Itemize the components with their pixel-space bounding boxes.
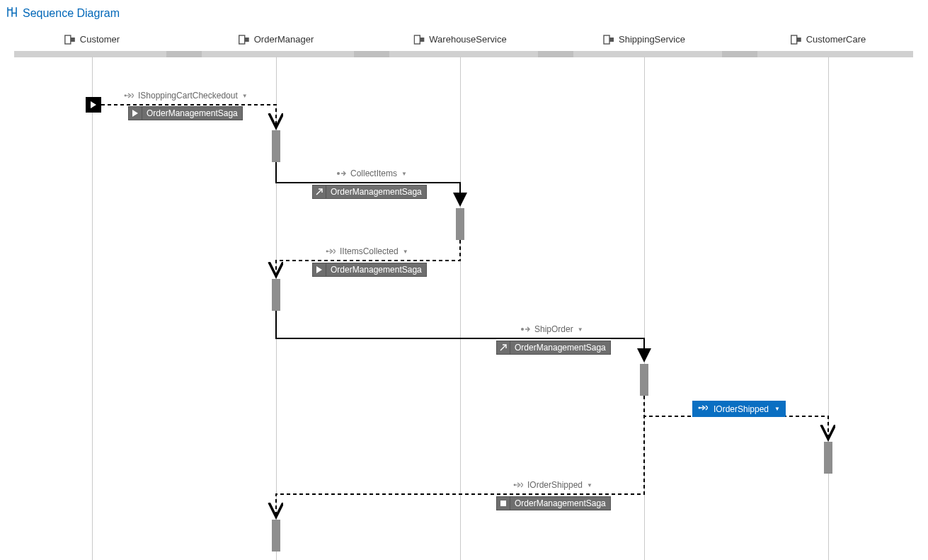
lifeline xyxy=(92,57,93,560)
stop-icon xyxy=(497,497,510,510)
actor-name: WarehouseService xyxy=(429,34,506,45)
header-bar xyxy=(166,51,202,57)
message-text: CollectItems xyxy=(350,168,397,178)
saga-tag[interactable]: OrderManagementSaga xyxy=(496,341,611,355)
message-text: IItemsCollected xyxy=(340,246,399,256)
actor-name: Customer xyxy=(80,34,120,45)
sequence-diagram-icon xyxy=(6,6,18,21)
endpoint-icon xyxy=(413,35,425,45)
message-label[interactable]: CollectItems ▼ xyxy=(336,168,407,178)
activation-bar xyxy=(272,520,280,552)
message-text: ShipOrder xyxy=(534,324,573,334)
saga-tag[interactable]: OrderManagementSaga xyxy=(128,106,243,120)
header-bar xyxy=(389,51,538,57)
event-icon xyxy=(124,91,134,100)
message-text: IOrderShipped xyxy=(714,404,769,414)
svg-rect-8 xyxy=(791,35,797,44)
chevron-down-icon: ▼ xyxy=(774,406,780,412)
message-text: IOrderShipped xyxy=(527,480,583,490)
activation-bar xyxy=(272,130,280,162)
command-icon xyxy=(336,169,346,178)
actor-header[interactable]: WarehouseService xyxy=(413,34,506,45)
activation-bar xyxy=(640,364,648,396)
svg-rect-6 xyxy=(604,35,609,44)
actor-header[interactable]: OrderManager xyxy=(239,34,314,45)
header-bar xyxy=(538,51,573,57)
endpoint-icon xyxy=(64,35,76,45)
arrow-out-icon xyxy=(313,185,326,198)
actor-header[interactable]: CustomerCare xyxy=(791,34,866,45)
svg-point-11 xyxy=(337,172,340,175)
command-icon xyxy=(520,325,530,333)
svg-rect-7 xyxy=(609,38,614,42)
chevron-down-icon: ▼ xyxy=(401,171,407,177)
header-bar xyxy=(722,51,757,57)
lifeline xyxy=(460,57,461,560)
message-label[interactable]: IItemsCollected ▼ xyxy=(326,246,408,256)
saga-text: OrderManagementSaga xyxy=(510,498,610,509)
start-marker xyxy=(86,97,101,113)
arrow-out-icon xyxy=(497,341,510,354)
arrow-layer xyxy=(0,0,928,560)
chevron-down-icon: ▼ xyxy=(587,482,592,488)
saga-text: OrderManagementSaga xyxy=(326,264,426,275)
lifeline xyxy=(644,57,645,560)
header-bar xyxy=(14,51,166,57)
svg-rect-16 xyxy=(500,501,506,506)
svg-rect-9 xyxy=(797,38,801,42)
diagram-title: Sequence Diagram xyxy=(6,6,120,21)
svg-point-12 xyxy=(326,251,328,253)
event-icon xyxy=(698,404,708,414)
header-bar xyxy=(757,51,913,57)
svg-rect-5 xyxy=(420,38,424,42)
svg-point-10 xyxy=(125,95,127,97)
title-text: Sequence Diagram xyxy=(23,7,120,20)
svg-point-15 xyxy=(514,484,516,486)
chevron-down-icon: ▼ xyxy=(578,326,583,333)
play-icon xyxy=(129,107,142,120)
saga-tag[interactable]: OrderManagementSaga xyxy=(312,263,427,277)
actor-name: ShippingService xyxy=(619,34,685,45)
saga-text: OrderManagementSaga xyxy=(326,186,426,198)
endpoint-icon xyxy=(791,35,802,45)
message-text: IShoppingCartCheckedout xyxy=(138,91,238,101)
actor-name: OrderManager xyxy=(254,34,314,45)
lifeline xyxy=(828,57,829,560)
header-bar xyxy=(354,51,389,57)
message-label[interactable]: IOrderShipped ▼ xyxy=(513,480,592,490)
svg-rect-1 xyxy=(71,38,75,42)
svg-rect-2 xyxy=(239,35,245,44)
diagram-canvas: Sequence Diagram CustomerOrderManagerWar… xyxy=(0,0,928,560)
svg-rect-4 xyxy=(414,35,420,44)
message-label[interactable]: ShipOrder ▼ xyxy=(520,324,583,334)
svg-rect-3 xyxy=(245,38,249,42)
svg-point-13 xyxy=(521,328,524,331)
header-bar xyxy=(202,51,354,57)
chevron-down-icon: ▼ xyxy=(403,248,408,255)
activation-bar xyxy=(456,208,464,240)
saga-text: OrderManagementSaga xyxy=(510,342,610,353)
svg-rect-0 xyxy=(65,35,71,44)
play-icon xyxy=(313,263,326,276)
event-icon xyxy=(513,481,523,489)
activation-bar xyxy=(272,279,280,311)
header-bar xyxy=(573,51,722,57)
saga-tag[interactable]: OrderManagementSaga xyxy=(496,496,611,510)
actor-header[interactable]: ShippingService xyxy=(603,34,685,45)
message-pill[interactable]: IOrderShipped ▼ xyxy=(692,401,786,417)
activation-bar xyxy=(824,442,832,474)
event-icon xyxy=(326,247,336,256)
message-label[interactable]: IShoppingCartCheckedout ▼ xyxy=(124,91,248,101)
endpoint-icon xyxy=(603,35,614,45)
actor-name: CustomerCare xyxy=(806,34,866,45)
endpoint-icon xyxy=(239,35,250,45)
svg-point-14 xyxy=(699,407,701,409)
saga-text: OrderManagementSaga xyxy=(142,108,242,119)
chevron-down-icon: ▼ xyxy=(242,93,248,99)
actor-header[interactable]: Customer xyxy=(64,34,120,45)
saga-tag[interactable]: OrderManagementSaga xyxy=(312,185,427,199)
